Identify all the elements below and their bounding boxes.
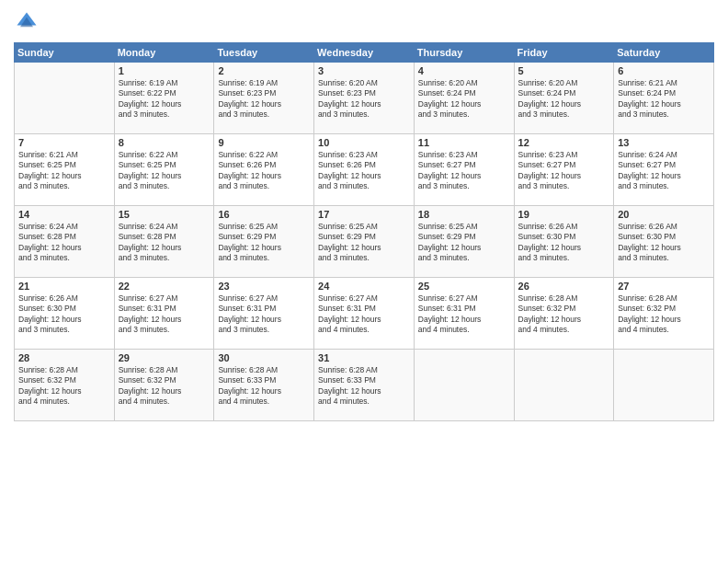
day-number: 25 [418, 281, 510, 292]
day-number: 28 [18, 352, 110, 363]
calendar-cell: 10Sunrise: 6:23 AMSunset: 6:26 PMDayligh… [314, 134, 415, 206]
cell-details: Sunrise: 6:28 AMSunset: 6:32 PMDaylight:… [618, 293, 710, 336]
day-number: 23 [218, 281, 310, 292]
cell-details: Sunrise: 6:22 AMSunset: 6:25 PMDaylight:… [119, 150, 210, 192]
col-header-saturday: Saturday [614, 43, 714, 63]
calendar-cell: 27Sunrise: 6:28 AMSunset: 6:32 PMDayligh… [614, 278, 714, 350]
page: SundayMondayTuesdayWednesdayThursdayFrid… [0, 0, 728, 563]
cell-details: Sunrise: 6:26 AMSunset: 6:30 PMDaylight:… [618, 222, 710, 264]
cell-details: Sunrise: 6:25 AMSunset: 6:29 PMDaylight:… [318, 222, 410, 264]
cell-details: Sunrise: 6:19 AMSunset: 6:23 PMDaylight:… [218, 78, 310, 121]
cell-details: Sunrise: 6:24 AMSunset: 6:28 PMDaylight:… [18, 222, 110, 264]
day-number: 4 [418, 65, 510, 76]
day-number: 17 [318, 209, 410, 220]
day-number: 27 [618, 281, 710, 292]
day-number: 18 [418, 209, 510, 220]
cell-details: Sunrise: 6:27 AMSunset: 6:31 PMDaylight:… [218, 293, 310, 336]
calendar-cell: 13Sunrise: 6:24 AMSunset: 6:27 PMDayligh… [614, 134, 714, 206]
calendar-cell: 20Sunrise: 6:26 AMSunset: 6:30 PMDayligh… [614, 206, 714, 278]
logo-icon [14, 9, 40, 35]
day-number: 5 [518, 65, 610, 76]
calendar-cell: 16Sunrise: 6:25 AMSunset: 6:29 PMDayligh… [214, 206, 314, 278]
calendar-cell: 21Sunrise: 6:26 AMSunset: 6:30 PMDayligh… [15, 278, 115, 350]
cell-details: Sunrise: 6:28 AMSunset: 6:32 PMDaylight:… [518, 293, 610, 336]
calendar-cell: 22Sunrise: 6:27 AMSunset: 6:31 PMDayligh… [114, 278, 214, 350]
calendar-cell: 11Sunrise: 6:23 AMSunset: 6:27 PMDayligh… [414, 134, 514, 206]
col-header-wednesday: Wednesday [314, 43, 415, 63]
week-row-5: 28Sunrise: 6:28 AMSunset: 6:32 PMDayligh… [15, 350, 714, 421]
week-row-2: 7Sunrise: 6:21 AMSunset: 6:25 PMDaylight… [15, 134, 714, 206]
week-row-4: 21Sunrise: 6:26 AMSunset: 6:30 PMDayligh… [15, 278, 714, 350]
calendar-cell: 29Sunrise: 6:28 AMSunset: 6:32 PMDayligh… [114, 350, 214, 421]
calendar-cell [15, 63, 115, 134]
day-number: 9 [218, 137, 310, 148]
calendar-cell: 19Sunrise: 6:26 AMSunset: 6:30 PMDayligh… [514, 206, 614, 278]
calendar-cell: 8Sunrise: 6:22 AMSunset: 6:25 PMDaylight… [114, 134, 214, 206]
cell-details: Sunrise: 6:28 AMSunset: 6:32 PMDaylight:… [18, 365, 110, 408]
calendar-cell: 3Sunrise: 6:20 AMSunset: 6:23 PMDaylight… [314, 63, 415, 134]
header-row: SundayMondayTuesdayWednesdayThursdayFrid… [15, 43, 714, 63]
day-number: 31 [318, 352, 410, 363]
calendar-cell: 14Sunrise: 6:24 AMSunset: 6:28 PMDayligh… [15, 206, 115, 278]
day-number: 21 [18, 281, 110, 292]
cell-details: Sunrise: 6:24 AMSunset: 6:28 PMDaylight:… [119, 222, 210, 264]
calendar-cell: 30Sunrise: 6:28 AMSunset: 6:33 PMDayligh… [214, 350, 314, 421]
calendar-cell: 18Sunrise: 6:25 AMSunset: 6:29 PMDayligh… [414, 206, 514, 278]
col-header-thursday: Thursday [414, 43, 514, 63]
day-number: 22 [119, 281, 210, 292]
day-number: 11 [418, 137, 510, 148]
day-number: 16 [218, 209, 310, 220]
cell-details: Sunrise: 6:26 AMSunset: 6:30 PMDaylight:… [18, 293, 110, 336]
cell-details: Sunrise: 6:28 AMSunset: 6:33 PMDaylight:… [318, 365, 410, 408]
calendar-cell: 24Sunrise: 6:27 AMSunset: 6:31 PMDayligh… [314, 278, 415, 350]
week-row-1: 1Sunrise: 6:19 AMSunset: 6:22 PMDaylight… [15, 63, 714, 134]
calendar-cell: 28Sunrise: 6:28 AMSunset: 6:32 PMDayligh… [15, 350, 115, 421]
cell-details: Sunrise: 6:19 AMSunset: 6:22 PMDaylight:… [119, 78, 210, 121]
day-number: 6 [618, 65, 710, 76]
col-header-sunday: Sunday [15, 43, 115, 63]
day-number: 13 [618, 137, 710, 148]
cell-details: Sunrise: 6:20 AMSunset: 6:24 PMDaylight:… [418, 78, 510, 121]
calendar-cell: 17Sunrise: 6:25 AMSunset: 6:29 PMDayligh… [314, 206, 415, 278]
day-number: 26 [518, 281, 610, 292]
calendar-cell: 5Sunrise: 6:20 AMSunset: 6:24 PMDaylight… [514, 63, 614, 134]
calendar-cell [414, 350, 514, 421]
day-number: 30 [218, 352, 310, 363]
day-number: 24 [318, 281, 410, 292]
cell-details: Sunrise: 6:23 AMSunset: 6:26 PMDaylight:… [318, 150, 410, 192]
calendar-cell: 7Sunrise: 6:21 AMSunset: 6:25 PMDaylight… [15, 134, 115, 206]
cell-details: Sunrise: 6:23 AMSunset: 6:27 PMDaylight:… [518, 150, 610, 192]
day-number: 8 [119, 137, 210, 148]
day-number: 29 [119, 352, 210, 363]
calendar-cell: 6Sunrise: 6:21 AMSunset: 6:24 PMDaylight… [614, 63, 714, 134]
cell-details: Sunrise: 6:25 AMSunset: 6:29 PMDaylight:… [418, 222, 510, 264]
day-number: 3 [318, 65, 410, 76]
day-number: 20 [618, 209, 710, 220]
day-number: 14 [18, 209, 110, 220]
cell-details: Sunrise: 6:21 AMSunset: 6:25 PMDaylight:… [18, 150, 110, 192]
cell-details: Sunrise: 6:24 AMSunset: 6:27 PMDaylight:… [618, 150, 710, 192]
calendar-cell: 15Sunrise: 6:24 AMSunset: 6:28 PMDayligh… [114, 206, 214, 278]
col-header-friday: Friday [514, 43, 614, 63]
calendar-cell: 31Sunrise: 6:28 AMSunset: 6:33 PMDayligh… [314, 350, 415, 421]
week-row-3: 14Sunrise: 6:24 AMSunset: 6:28 PMDayligh… [15, 206, 714, 278]
calendar-cell [614, 350, 714, 421]
calendar-cell: 2Sunrise: 6:19 AMSunset: 6:23 PMDaylight… [214, 63, 314, 134]
cell-details: Sunrise: 6:27 AMSunset: 6:31 PMDaylight:… [119, 293, 210, 336]
cell-details: Sunrise: 6:27 AMSunset: 6:31 PMDaylight:… [318, 293, 410, 336]
cell-details: Sunrise: 6:23 AMSunset: 6:27 PMDaylight:… [418, 150, 510, 192]
logo [14, 9, 43, 35]
header [14, 9, 714, 35]
cell-details: Sunrise: 6:27 AMSunset: 6:31 PMDaylight:… [418, 293, 510, 336]
cell-details: Sunrise: 6:25 AMSunset: 6:29 PMDaylight:… [218, 222, 310, 264]
col-header-monday: Monday [114, 43, 214, 63]
col-header-tuesday: Tuesday [214, 43, 314, 63]
calendar-cell: 23Sunrise: 6:27 AMSunset: 6:31 PMDayligh… [214, 278, 314, 350]
day-number: 19 [518, 209, 610, 220]
calendar-cell [514, 350, 614, 421]
cell-details: Sunrise: 6:26 AMSunset: 6:30 PMDaylight:… [518, 222, 610, 264]
day-number: 10 [318, 137, 410, 148]
cell-details: Sunrise: 6:20 AMSunset: 6:24 PMDaylight:… [518, 78, 610, 121]
calendar-table: SundayMondayTuesdayWednesdayThursdayFrid… [14, 42, 714, 421]
day-number: 15 [119, 209, 210, 220]
